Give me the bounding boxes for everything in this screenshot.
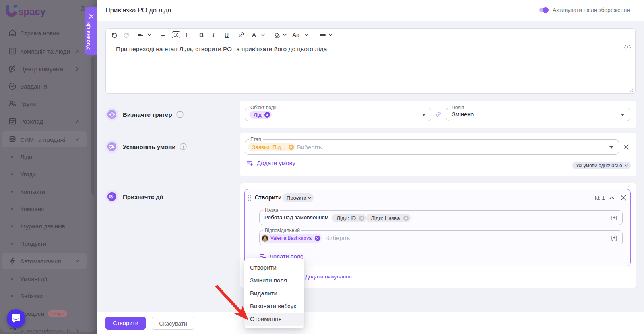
- svg-text:spacy: spacy: [18, 6, 46, 17]
